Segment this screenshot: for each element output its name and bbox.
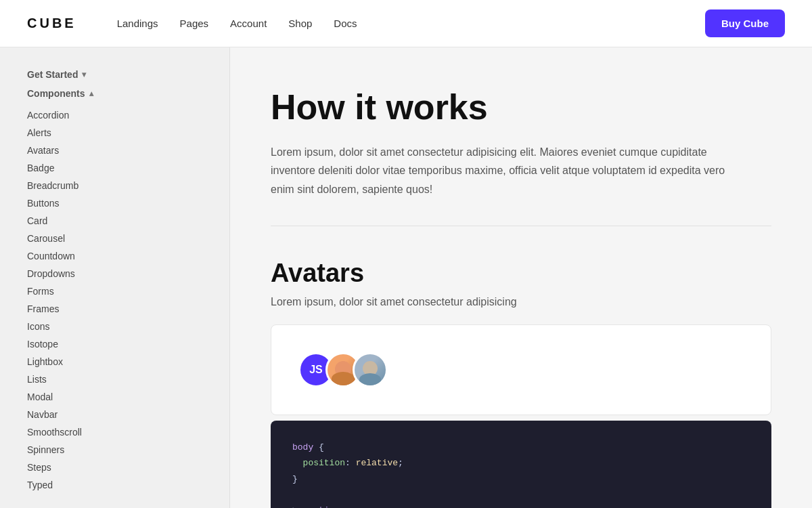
main-nav: Landings Pages Account Shop Docs [117, 18, 705, 29]
avatars-section-desc: Lorem ipsum, dolor sit amet consectetur … [271, 296, 771, 308]
chevron-down-icon: ▾ [82, 70, 86, 79]
sidebar-item-carousel[interactable]: Carousel [27, 230, 202, 247]
code-block: body { position: relative; } > section, … [271, 421, 771, 508]
buy-cube-button[interactable]: Buy Cube [705, 9, 785, 37]
sidebar-item-alerts[interactable]: Alerts [27, 125, 202, 141]
page-title: How it works [271, 88, 771, 127]
sidebar: Get Started ▾ Components ▴ Accordion Ale… [0, 47, 230, 508]
sidebar-item-typed[interactable]: Typed [27, 477, 202, 493]
avatar-photo-2 [353, 352, 388, 387]
sidebar-item-spinners[interactable]: Spinners [27, 442, 202, 458]
section-divider [271, 226, 771, 226]
sidebar-item-isotope[interactable]: Isotope [27, 336, 202, 352]
sidebar-items: Accordion Alerts Avatars Badge Breadcrum… [27, 107, 202, 493]
sidebar-item-lightbox[interactable]: Lightbox [27, 354, 202, 370]
nav-item-docs[interactable]: Docs [334, 18, 357, 29]
sidebar-item-card[interactable]: Card [27, 213, 202, 229]
sidebar-item-buttons[interactable]: Buttons [27, 195, 202, 211]
avatar-group: JS [298, 352, 388, 387]
header: CUBE Landings Pages Account Shop Docs Bu… [0, 0, 812, 47]
sidebar-item-countdown[interactable]: Countdown [27, 248, 202, 264]
sidebar-item-lists[interactable]: Lists [27, 371, 202, 387]
sidebar-item-frames[interactable]: Frames [27, 301, 202, 317]
sidebar-item-forms[interactable]: Forms [27, 283, 202, 299]
sidebar-item-avatars[interactable]: Avatars [27, 142, 202, 158]
sidebar-item-modal[interactable]: Modal [27, 389, 202, 405]
sidebar-item-steps[interactable]: Steps [27, 459, 202, 475]
sidebar-item-dropdowns[interactable]: Dropdowns [27, 266, 202, 282]
sidebar-item-smoothscroll[interactable]: Smoothscroll [27, 424, 202, 440]
nav-item-pages[interactable]: Pages [180, 18, 209, 29]
page-description: Lorem ipsum, dolor sit amet consectetur … [271, 143, 744, 198]
avatars-demo-box: JS [271, 324, 771, 415]
nav-item-landings[interactable]: Landings [117, 18, 158, 29]
chevron-up-icon: ▴ [89, 89, 93, 98]
main-content: How it works Lorem ipsum, dolor sit amet… [230, 47, 812, 508]
avatars-section-title: Avatars [271, 259, 771, 288]
nav-item-shop[interactable]: Shop [288, 18, 312, 29]
page-layout: Get Started ▾ Components ▴ Accordion Ale… [0, 47, 812, 508]
nav-item-account[interactable]: Account [230, 18, 267, 29]
sidebar-item-breadcrumb[interactable]: Breadcrumb [27, 177, 202, 194]
sidebar-section-components[interactable]: Components ▴ [27, 88, 202, 99]
code-line-1: body [292, 442, 313, 452]
sidebar-item-icons[interactable]: Icons [27, 318, 202, 335]
sidebar-section-get-started[interactable]: Get Started ▾ [27, 69, 202, 80]
sidebar-item-accordion[interactable]: Accordion [27, 107, 202, 123]
sidebar-item-navbar[interactable]: Navbar [27, 406, 202, 423]
sidebar-item-badge[interactable]: Badge [27, 160, 202, 176]
logo: CUBE [27, 16, 76, 31]
